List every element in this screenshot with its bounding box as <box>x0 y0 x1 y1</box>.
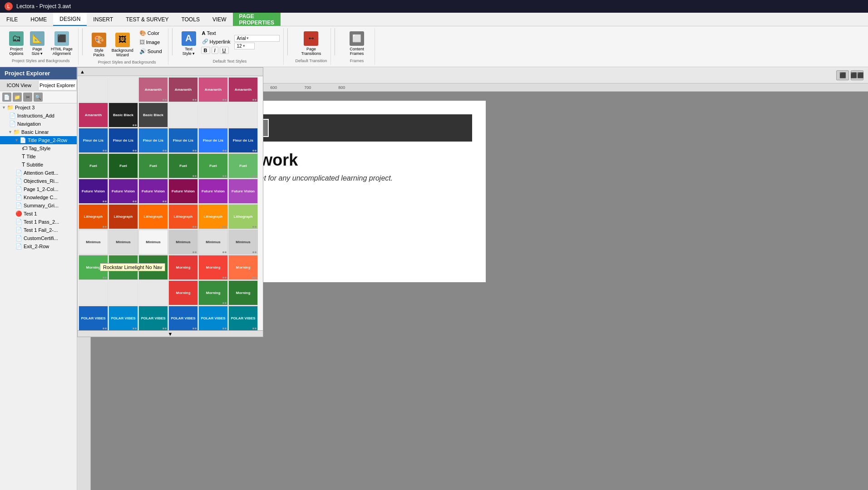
theme-item[interactable]: Fleur de Lis <box>108 128 138 153</box>
btn-italic[interactable]: I <box>212 47 218 54</box>
theme-item[interactable]: Fuel <box>168 153 198 178</box>
theme-item[interactable]: Future Vision <box>228 179 258 204</box>
theme-item[interactable] <box>198 103 228 127</box>
theme-item[interactable]: Fuel <box>108 153 138 178</box>
theme-item[interactable]: Future Vision <box>138 179 168 204</box>
tree-item[interactable]: 📄Instructions_Add <box>0 112 77 120</box>
btn-text-style[interactable]: A TextStyle ▾ <box>180 30 198 57</box>
theme-item[interactable]: Minimus <box>168 230 198 255</box>
menu-design[interactable]: DESIGN <box>53 13 87 26</box>
theme-item[interactable]: Future Vision <box>168 179 198 204</box>
theme-item[interactable]: Future Vision <box>79 179 108 204</box>
theme-item[interactable]: Amaranth <box>138 77 168 102</box>
tree-item[interactable]: 📄Objectives_Ri... <box>0 177 77 185</box>
btn-view-2[interactable]: ⬛⬛ <box>851 70 863 80</box>
theme-item[interactable]: Morning <box>108 255 138 280</box>
theme-item[interactable]: POLAR VIBES <box>198 306 228 330</box>
theme-item[interactable]: Fuel <box>198 153 228 178</box>
tree-item[interactable]: 📄Page 1_2-Col... <box>0 185 77 193</box>
tab-project-explorer[interactable]: Project Explorer <box>39 81 77 90</box>
theme-item[interactable]: Future Vision <box>108 179 138 204</box>
tab-icon-view[interactable]: ICON View <box>0 81 39 90</box>
theme-item[interactable]: Amaranth <box>198 77 228 102</box>
menu-insert[interactable]: INSERT <box>87 13 119 26</box>
theme-item[interactable]: Lithograph <box>168 204 198 229</box>
theme-item[interactable]: Lithograph <box>228 204 258 229</box>
tree-item[interactable]: ▼ 📄Title Page_2-Row <box>0 136 77 144</box>
tree-item[interactable]: TSubtitle <box>0 161 77 169</box>
btn-page-size[interactable]: 📐 PageSize ▾ <box>28 30 46 57</box>
theme-item[interactable] <box>79 77 108 102</box>
theme-item[interactable]: Fleur de Lis <box>228 128 258 153</box>
theme-item[interactable]: Fuel <box>138 153 168 178</box>
tree-item[interactable]: 📄Knowledge C... <box>0 193 77 201</box>
btn-content-frames[interactable]: ⬜ ContentFrames <box>348 30 366 57</box>
theme-item[interactable] <box>108 77 138 102</box>
theme-item[interactable]: Lithograph <box>108 204 138 229</box>
theme-item[interactable]: Minimus <box>138 230 168 255</box>
menu-home[interactable]: HOME <box>24 13 53 26</box>
theme-item[interactable]: Morning <box>198 255 228 280</box>
theme-item[interactable]: Lithograph <box>198 204 228 229</box>
btn-html-alignment[interactable]: ⬛ HTML PageAlignment <box>49 30 74 57</box>
theme-item[interactable]: Morning <box>198 280 228 305</box>
theme-item[interactable]: POLAR VIBES <box>138 306 168 330</box>
theme-item[interactable]: Minimus <box>198 230 228 255</box>
btn-style-packs[interactable]: 🎨 StylePacks <box>90 32 108 58</box>
theme-item[interactable] <box>168 103 198 127</box>
tree-item[interactable]: TTitle <box>0 152 77 161</box>
tree-item[interactable]: 📄Navigation <box>0 120 77 128</box>
theme-item[interactable]: Basic Black <box>108 103 138 127</box>
menu-view[interactable]: VIEW <box>206 13 233 26</box>
tree-item[interactable]: ▼ 📁Basic Linear <box>0 128 77 136</box>
theme-item[interactable]: Fleur de Lis <box>138 128 168 153</box>
menu-tools[interactable]: TOOLS <box>175 13 206 26</box>
theme-item[interactable]: Amaranth <box>168 77 198 102</box>
tree-item[interactable]: 📄Test 1 Fail_2-... <box>0 226 77 234</box>
theme-item[interactable]: POLAR VIBES <box>79 306 108 330</box>
btn-bg-wizard[interactable]: 🖼 BackgroundWizard <box>110 32 135 58</box>
btn-view-1[interactable]: ⬛ <box>836 70 849 80</box>
theme-item[interactable]: POLAR VIBES <box>168 306 198 330</box>
cut-icon[interactable]: ✂ <box>23 93 32 102</box>
theme-item[interactable]: Morning <box>228 255 258 280</box>
btn-hyperlink[interactable]: 🔗 Hyperlink <box>200 38 233 45</box>
theme-item[interactable]: Morning <box>79 255 108 280</box>
themes-scroll[interactable]: AmaranthAmaranthAmaranthAmaranthAmaranth… <box>78 76 263 330</box>
tree-item[interactable]: 📄Test 1 Pass_2... <box>0 218 77 226</box>
theme-item[interactable]: Fleur de Lis <box>198 128 228 153</box>
tree-item[interactable]: 📄CustomCertifi... <box>0 234 77 242</box>
theme-item[interactable]: Morning <box>138 255 168 280</box>
theme-item[interactable]: Amaranth <box>79 103 108 127</box>
theme-item[interactable]: Morning <box>228 280 258 305</box>
theme-item[interactable]: Fleur de Lis <box>168 128 198 153</box>
theme-item[interactable] <box>108 280 138 305</box>
theme-item[interactable]: Morning <box>168 280 198 305</box>
btn-image[interactable]: 🖼 Image <box>137 38 164 46</box>
theme-item[interactable] <box>138 280 168 305</box>
theme-item[interactable]: Fuel <box>79 153 108 178</box>
theme-item[interactable]: POLAR VIBES <box>228 306 258 330</box>
menu-test[interactable]: TEST & SURVEY <box>119 13 175 26</box>
btn-text[interactable]: A Text <box>200 29 233 37</box>
theme-item[interactable]: Fuel <box>228 153 258 178</box>
btn-underline[interactable]: U <box>220 47 229 54</box>
theme-item[interactable]: Minimus <box>228 230 258 255</box>
btn-sound[interactable]: 🔊 Sound <box>137 47 164 55</box>
theme-item[interactable]: Lithograph <box>138 204 168 229</box>
theme-item[interactable]: POLAR VIBES <box>108 306 138 330</box>
tree-item[interactable]: 📄Exit_2-Row <box>0 242 77 250</box>
tree-item[interactable]: 📄Attention Gett... <box>0 169 77 177</box>
tree-item[interactable]: 🏷Tag_Style <box>0 144 77 152</box>
theme-item[interactable] <box>228 103 258 127</box>
search-icon[interactable]: 🔍 <box>34 93 43 102</box>
theme-item[interactable] <box>79 280 108 305</box>
theme-item[interactable]: Lithograph <box>79 204 108 229</box>
new-page-icon[interactable]: 📄 <box>2 93 11 102</box>
theme-item[interactable]: Basic Black <box>138 103 168 127</box>
tree-item[interactable]: ▼ 📁Project 3 <box>0 103 77 112</box>
theme-item[interactable]: Minimus <box>108 230 138 255</box>
tree-item[interactable]: 🔴Test 1 <box>0 210 77 218</box>
btn-page-transitions[interactable]: ↔ PageTransitions <box>300 30 323 57</box>
btn-bold[interactable]: B <box>201 47 210 54</box>
